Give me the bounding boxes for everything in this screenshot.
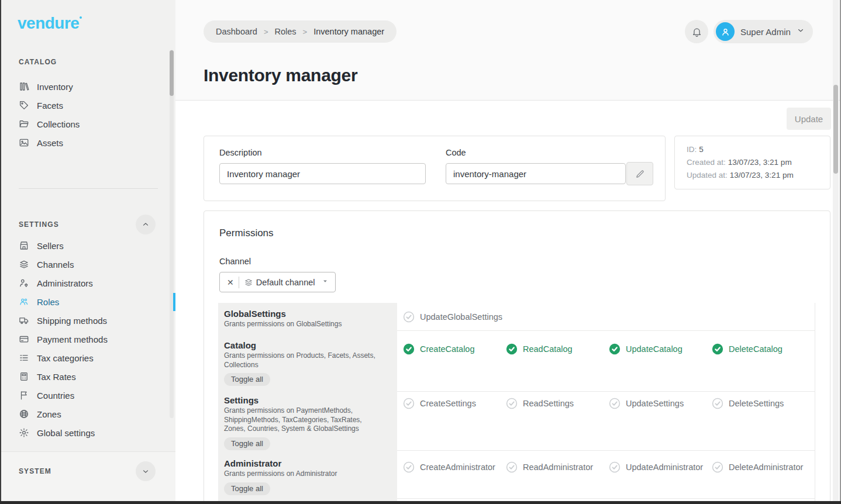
check-circle-icon <box>609 398 621 409</box>
window-bottom-bar <box>0 501 841 504</box>
permissions-title: Permissions <box>219 227 274 239</box>
avatar <box>716 22 735 41</box>
logo-trademark-dot <box>80 16 82 19</box>
select-caret-icon <box>321 277 329 288</box>
code-input[interactable] <box>446 163 626 184</box>
permission-checkbox[interactable]: DeleteSettings <box>712 397 815 410</box>
channel-select[interactable]: ✕ Default channel <box>219 272 336 292</box>
notifications-button[interactable] <box>685 20 708 43</box>
permission-checkbox[interactable]: UpdateCatalog <box>609 343 712 355</box>
group-title: GlobalSettings <box>224 309 384 319</box>
toggle-all-button[interactable]: Toggle all <box>224 482 270 495</box>
sidebar-item-tax-categories[interactable]: Tax categories <box>1 348 170 367</box>
sidebar-item-roles[interactable]: Roles <box>1 292 170 311</box>
window-scrollbar-thumb[interactable] <box>833 85 838 174</box>
permission-checkbox[interactable]: UpdateSettings <box>609 397 712 410</box>
gear-icon <box>19 427 29 438</box>
check-circle-icon <box>403 398 415 409</box>
created-at-row: Created at:13/07/23, 3:21 pm <box>687 156 818 169</box>
catalog-section-label: CATALOG <box>19 58 57 66</box>
catalog-nav: Inventory Facets Collections Assets <box>1 77 170 152</box>
page-header: Dashboard > Roles > Inventory manager Su… <box>175 0 840 101</box>
sidebar-item-zones[interactable]: Zones <box>1 405 170 423</box>
sidebar-item-tax-rates[interactable]: Tax Rates <box>1 367 170 386</box>
permission-checkbox[interactable]: CreateCatalog <box>403 343 506 355</box>
sidebar-item-assets[interactable]: Assets <box>1 133 170 152</box>
folder-icon <box>19 119 29 129</box>
layers-icon <box>19 259 29 270</box>
system-section: SYSTEM <box>1 451 175 501</box>
active-nav-indicator <box>173 293 175 311</box>
settings-section-header: SETTINGS <box>1 214 170 235</box>
sidebar-item-collections[interactable]: Collections <box>1 115 170 133</box>
sidebar-item-countries[interactable]: Countries <box>1 386 170 405</box>
entity-id-row: ID:5 <box>687 143 818 156</box>
permission-checkbox[interactable]: UpdateAdministrator <box>609 461 712 474</box>
edit-code-button[interactable] <box>626 162 653 185</box>
system-section-label: SYSTEM <box>19 467 51 475</box>
check-circle-icon <box>712 398 723 409</box>
breadcrumb-roles[interactable]: Roles <box>275 27 297 36</box>
role-detail-card: Description Code <box>204 136 666 201</box>
description-input[interactable] <box>219 163 426 184</box>
permission-checkbox[interactable]: CreateSettings <box>403 397 506 410</box>
channel-layers-icon <box>244 278 253 287</box>
toggle-all-button[interactable]: Toggle all <box>224 437 270 450</box>
vendure-logo[interactable]: vendure <box>18 14 82 33</box>
chevron-down-icon <box>797 26 805 34</box>
toggle-all-button[interactable]: Toggle all <box>224 373 270 386</box>
permission-checkbox[interactable]: UpdateGlobalSettings <box>403 310 506 323</box>
sidebar-item-sellers[interactable]: Sellers <box>1 236 170 255</box>
sidebar-divider <box>19 188 158 189</box>
settings-nav: Sellers Channels Administrators Roles Sh… <box>1 236 170 442</box>
breadcrumb-separator: > <box>303 27 308 36</box>
group-title: Administrator <box>224 458 384 468</box>
system-section-header: SYSTEM <box>1 461 170 482</box>
user-name: Super Admin <box>740 27 791 37</box>
page-title: Inventory manager <box>204 65 357 85</box>
update-button[interactable]: Update <box>787 108 831 130</box>
check-circle-icon <box>403 343 415 355</box>
chevron-up-icon <box>142 220 150 229</box>
permission-checkbox[interactable]: ReadAdministrator <box>506 461 609 474</box>
truck-icon <box>19 315 29 326</box>
sidebar-item-inventory[interactable]: Inventory <box>1 77 170 96</box>
updated-at-row: Updated at:13/07/23, 3:21 pm <box>687 169 818 182</box>
permission-checkbox[interactable]: DeleteAdministrator <box>712 461 815 474</box>
sidebar: vendure CATALOG Inventory Facets Collect… <box>1 0 175 501</box>
settings-collapse-button[interactable] <box>136 215 156 234</box>
chevron-down-icon <box>142 467 150 475</box>
user-menu[interactable]: Super Admin <box>714 20 813 43</box>
permission-checkbox[interactable]: CreateAdministrator <box>403 461 506 474</box>
settings-section-label: SETTINGS <box>19 220 59 229</box>
users-icon <box>19 296 29 307</box>
user-icon <box>720 26 731 37</box>
check-circle-icon <box>403 461 415 473</box>
sidebar-item-payment-methods[interactable]: Payment methods <box>1 330 170 348</box>
permission-checkbox[interactable]: DeleteCatalog <box>712 343 815 355</box>
sidebar-item-channels[interactable]: Channels <box>1 255 170 274</box>
select-divider <box>239 277 239 288</box>
window-scrollbar-track[interactable] <box>833 0 839 501</box>
group-description: Grants permissions on Products, Facets, … <box>224 351 377 370</box>
breadcrumb-dashboard[interactable]: Dashboard <box>216 27 257 36</box>
main-area: Dashboard > Roles > Inventory manager Su… <box>175 0 840 501</box>
remove-channel-icon[interactable]: ✕ <box>227 278 234 286</box>
sidebar-scrollbar-track[interactable] <box>170 50 174 418</box>
group-description: Grants permissions on PaymentMethods, Sh… <box>224 406 377 434</box>
permission-checkbox[interactable]: ReadSettings <box>506 397 609 410</box>
sidebar-item-administrators[interactable]: Administrators <box>1 274 170 292</box>
permission-checkbox[interactable]: ReadCatalog <box>506 343 609 355</box>
permission-group-administrator: Administrator Grants permissions on Admi… <box>218 451 815 499</box>
system-expand-button[interactable] <box>136 461 156 481</box>
check-circle-icon <box>712 461 723 473</box>
check-circle-icon <box>403 311 415 323</box>
sidebar-item-facets[interactable]: Facets <box>1 96 170 115</box>
group-title: Catalog <box>224 340 384 350</box>
sidebar-item-global-settings[interactable]: Global settings <box>1 423 170 442</box>
breadcrumb: Dashboard > Roles > Inventory manager <box>204 20 397 43</box>
sidebar-scrollbar-thumb[interactable] <box>170 50 174 96</box>
check-circle-icon <box>506 461 518 473</box>
list-icon <box>19 353 29 363</box>
sidebar-item-shipping-methods[interactable]: Shipping methods <box>1 311 170 330</box>
